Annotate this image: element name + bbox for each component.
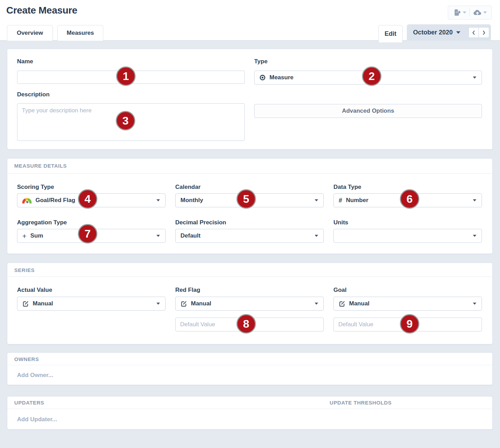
tab-overview[interactable]: Overview xyxy=(7,25,53,41)
plus-icon: + xyxy=(22,232,26,240)
goal-value: Manual xyxy=(349,300,370,307)
page-title: Create Measure xyxy=(6,5,77,16)
data-type-value: Number xyxy=(346,197,368,204)
calendar-label: Calendar xyxy=(175,184,201,191)
add-updater-field[interactable]: Add Updater... xyxy=(17,416,57,423)
annotation-badge-3: 3 xyxy=(116,111,135,130)
chevron-right-icon xyxy=(482,30,486,35)
red-flag-value: Manual xyxy=(191,300,211,307)
edit-icon xyxy=(22,301,29,307)
edit-icon xyxy=(339,301,345,307)
decimal-precision-label: Decimal Precision xyxy=(175,219,226,226)
tab-overview-label: Overview xyxy=(17,30,43,37)
actual-value-select[interactable]: Manual xyxy=(17,297,166,311)
chevron-down-icon[interactable] xyxy=(456,31,460,34)
chevron-down-icon xyxy=(473,77,476,79)
annotation-badge-9: 9 xyxy=(400,314,419,334)
scoring-type-value: Goal/Red Flag xyxy=(35,197,75,204)
name-label: Name xyxy=(17,58,33,65)
scoring-type-label: Scoring Type xyxy=(17,184,54,191)
aggregation-type-label: Aggregation Type xyxy=(17,219,67,226)
measure-details-header: MEASURE DETAILS xyxy=(14,163,67,169)
period-nav xyxy=(468,27,489,38)
export-caret-icon xyxy=(463,11,466,14)
goal-select[interactable]: Manual xyxy=(333,297,482,311)
red-flag-label: Red Flag xyxy=(175,287,200,294)
owners-header: OWNERS xyxy=(14,356,39,362)
chevron-down-icon xyxy=(315,235,318,237)
type-value: Measure xyxy=(269,74,293,81)
chevron-down-icon xyxy=(473,235,476,237)
aggregation-type-value: Sum xyxy=(30,232,43,239)
chevron-down-icon xyxy=(156,303,160,305)
number-icon: # xyxy=(339,197,342,203)
units-select[interactable] xyxy=(333,229,482,243)
export-button[interactable] xyxy=(450,8,469,17)
upload-caret-icon xyxy=(483,11,487,14)
upload-button[interactable] xyxy=(470,9,490,16)
annotation-badge-6: 6 xyxy=(400,189,419,209)
annotation-badge-7: 7 xyxy=(78,224,97,243)
red-flag-select[interactable]: Manual xyxy=(175,297,324,311)
updaters-card: UPDATERS UPDATE THRESHOLDS Add Updater..… xyxy=(7,396,493,430)
annotation-badge-2: 2 xyxy=(362,66,381,86)
annotation-badge-5: 5 xyxy=(236,189,256,209)
gauge-icon xyxy=(22,198,32,203)
chevron-down-icon xyxy=(156,199,160,201)
updaters-header: UPDATERS xyxy=(14,400,44,406)
period-selector: October 2020 xyxy=(407,24,491,41)
units-label: Units xyxy=(333,219,348,226)
tab-edit[interactable]: Edit xyxy=(378,25,403,42)
advanced-options-button[interactable]: Advanced Options xyxy=(254,104,482,118)
actual-value-label: Actual Value xyxy=(17,287,52,294)
previous-period-button[interactable] xyxy=(468,27,479,38)
section-divider xyxy=(7,173,492,174)
chevron-down-icon xyxy=(473,199,476,201)
next-period-button[interactable] xyxy=(479,27,489,38)
calendar-value: Monthly xyxy=(180,197,203,204)
chevron-down-icon xyxy=(315,303,318,305)
goal-label: Goal xyxy=(333,287,347,294)
chevron-down-icon xyxy=(156,235,160,237)
header-toolbar xyxy=(448,6,492,19)
update-thresholds-header: UPDATE THRESHOLDS xyxy=(330,400,392,406)
type-label: Type xyxy=(254,58,267,65)
cloud-upload-icon xyxy=(473,9,482,16)
file-export-icon xyxy=(453,8,461,17)
chevron-down-icon xyxy=(315,199,318,201)
chevron-left-icon xyxy=(472,30,475,35)
chevron-down-icon xyxy=(473,303,476,305)
series-header: SERIES xyxy=(14,267,35,273)
section-divider xyxy=(7,409,492,409)
general-info-card: Name Type Measure Description Advanced O… xyxy=(7,49,493,150)
tab-measures[interactable]: Measures xyxy=(57,25,103,41)
annotation-badge-4: 4 xyxy=(78,189,97,209)
decimal-precision-value: Default xyxy=(180,232,201,239)
owners-card: OWNERS Add Owner... xyxy=(7,352,493,385)
add-owner-field[interactable]: Add Owner... xyxy=(17,372,53,379)
tab-measures-label: Measures xyxy=(67,30,94,37)
annotation-badge-8: 8 xyxy=(236,314,256,334)
target-icon xyxy=(259,74,266,81)
annotation-badge-1: 1 xyxy=(116,66,136,86)
section-divider xyxy=(7,277,492,277)
edit-icon xyxy=(180,301,187,307)
tab-edit-label: Edit xyxy=(385,30,396,38)
period-dropdown[interactable]: October 2020 xyxy=(413,29,453,36)
decimal-precision-select[interactable]: Default xyxy=(175,229,324,243)
description-label: Description xyxy=(17,91,50,98)
data-type-label: Data Type xyxy=(333,184,361,191)
actual-value-value: Manual xyxy=(33,300,53,307)
section-divider xyxy=(7,365,492,365)
